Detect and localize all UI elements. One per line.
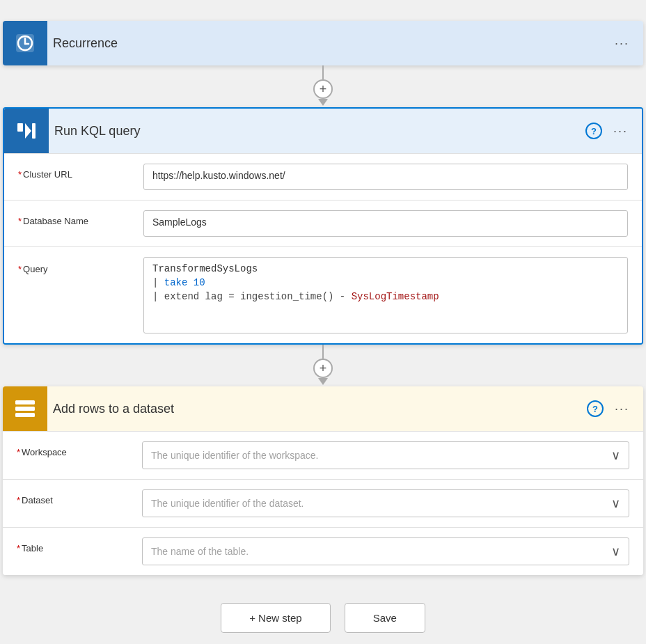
recurrence-card: Recurrence ··· — [3, 21, 643, 65]
recurrence-more-button[interactable]: ··· — [612, 33, 632, 54]
dataset-label: *Dataset — [17, 489, 142, 505]
table-select[interactable]: The name of the table. ∨ — [142, 537, 629, 565]
query-row: *Query TransformedSysLogs | take 10 | ex… — [4, 246, 642, 343]
dataset-title: Add rows to a dataset — [47, 402, 587, 416]
dataset-more-button[interactable]: ··· — [612, 399, 632, 419]
kql-help-button[interactable]: ? — [585, 123, 602, 139]
workspace-required: * — [17, 447, 20, 457]
svg-rect-8 — [15, 407, 35, 411]
table-chevron-icon: ∨ — [611, 544, 620, 559]
workspace-placeholder: The unique identifier of the workspace. — [151, 450, 318, 461]
new-step-button[interactable]: + New step — [221, 603, 330, 633]
dataset-icon — [13, 396, 38, 421]
dataset-header: Add rows to a dataset ? ··· — [3, 386, 643, 431]
workspace-chevron-icon: ∨ — [611, 448, 620, 463]
add-step-button-1[interactable]: + — [313, 79, 333, 99]
svg-rect-4 — [17, 123, 23, 132]
kql-actions: ? ··· — [585, 121, 631, 141]
recurrence-icon-container — [3, 21, 47, 65]
database-name-label: *Database Name — [18, 210, 143, 226]
dataset-icon-container — [3, 386, 47, 431]
table-placeholder: The name of the table. — [151, 546, 249, 557]
connector-arrow-1 — [318, 99, 328, 106]
workspace-row: *Workspace The unique identifier of the … — [3, 431, 643, 479]
kql-more-button[interactable]: ··· — [610, 121, 631, 141]
dataset-required: * — [17, 495, 20, 505]
svg-marker-5 — [25, 123, 31, 139]
database-name-row: *Database Name SampleLogs — [4, 200, 642, 246]
workspace-label: *Workspace — [17, 441, 142, 457]
kql-body: *Cluster URL https://help.kusto.windows.… — [4, 153, 642, 343]
workspace-select[interactable]: The unique identifier of the workspace. … — [142, 441, 629, 469]
kql-icon — [13, 118, 40, 144]
cluster-url-input[interactable]: https://help.kusto.windows.net/ — [143, 164, 628, 190]
table-required: * — [17, 543, 20, 553]
svg-rect-9 — [15, 413, 35, 417]
connector-1: + — [313, 65, 333, 107]
recurrence-header: Recurrence ··· — [3, 21, 643, 65]
add-step-button-2[interactable]: + — [313, 359, 333, 378]
bottom-actions: + New step Save — [221, 603, 425, 633]
cluster-url-label: *Cluster URL — [18, 164, 143, 180]
kql-card: Run KQL query ? ··· *Cluster URL https:/… — [3, 107, 643, 345]
recurrence-title: Recurrence — [47, 36, 612, 51]
dataset-help-button[interactable]: ? — [587, 400, 604, 417]
svg-rect-6 — [32, 123, 36, 139]
kql-title: Run KQL query — [49, 124, 585, 139]
connector-line-1 — [322, 65, 324, 79]
recurrence-actions: ··· — [612, 33, 632, 54]
dataset-chevron-icon: ∨ — [611, 496, 620, 511]
database-name-input[interactable]: SampleLogs — [143, 210, 628, 237]
kql-header: Run KQL query ? ··· — [4, 109, 642, 153]
save-button[interactable]: Save — [345, 603, 425, 633]
dataset-card: Add rows to a dataset ? ··· *Workspace T… — [3, 386, 643, 575]
query-line2: | take 10 — [152, 277, 205, 288]
database-name-required: * — [18, 216, 22, 226]
cluster-url-required: * — [18, 169, 22, 180]
dataset-select[interactable]: The unique identifier of the dataset. ∨ — [142, 489, 629, 517]
dataset-body: *Workspace The unique identifier of the … — [3, 431, 643, 575]
query-required: * — [18, 264, 22, 274]
table-label: *Table — [17, 537, 142, 553]
query-line1: TransformedSysLogs — [152, 263, 258, 274]
kql-icon-container — [4, 109, 49, 153]
cluster-url-row: *Cluster URL https://help.kusto.windows.… — [4, 153, 642, 200]
query-label: *Query — [18, 257, 143, 274]
dataset-actions: ? ··· — [587, 399, 632, 419]
flow-container: Recurrence ··· + Run KQL query ? ··· — [0, 14, 646, 640]
connector-2: + — [313, 345, 333, 386]
table-row: *Table The name of the table. ∨ — [3, 527, 643, 575]
svg-rect-7 — [15, 400, 35, 405]
clock-icon — [14, 32, 36, 54]
connector-arrow-2 — [318, 378, 328, 385]
dataset-row: *Dataset The unique identifier of the da… — [3, 479, 643, 527]
query-line3: | extend lag = ingestion_time() - SysLog… — [152, 291, 439, 302]
connector-line-2 — [322, 345, 324, 359]
query-input[interactable]: TransformedSysLogs | take 10 | extend la… — [143, 257, 628, 333]
dataset-placeholder: The unique identifier of the dataset. — [151, 498, 304, 509]
